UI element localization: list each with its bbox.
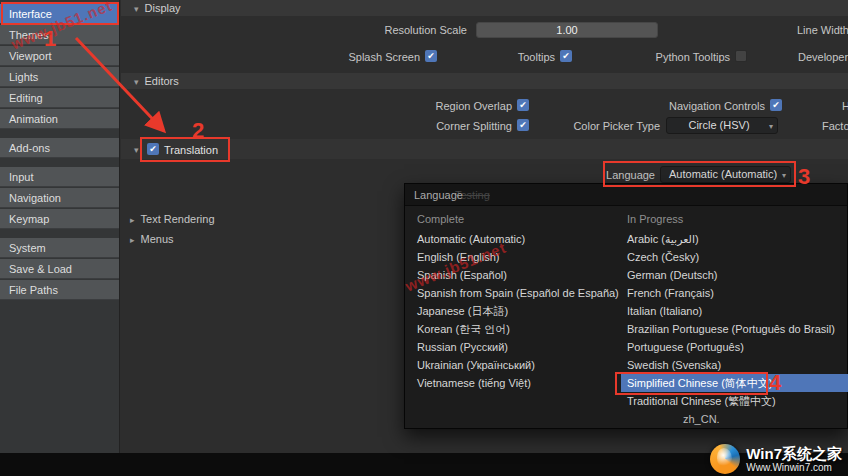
- menu-item-italian[interactable]: Italian (Italiano): [621, 302, 848, 320]
- resolution-scale-field[interactable]: 1.00: [476, 22, 658, 38]
- splash-screen-label: Splash Screen: [330, 51, 420, 63]
- complete-column-header: Complete: [417, 213, 464, 225]
- factor-label-cut: Facto: [822, 120, 848, 132]
- branding-name: Win7系统之家: [746, 445, 842, 462]
- in-progress-column-header: In Progress: [627, 213, 683, 225]
- menu-item-vietnamese[interactable]: Vietnamese (tiếng Việt): [411, 374, 615, 392]
- text-rendering-title: Text Rendering: [141, 213, 215, 225]
- menu-item-arabic[interactable]: Arabic (العربية): [621, 230, 848, 248]
- sidebar-item-save-load[interactable]: Save & Load: [0, 259, 119, 279]
- menu-item-traditional-chinese[interactable]: Traditional Chinese (繁體中文): [621, 392, 848, 410]
- color-picker-type-label: Color Picker Type: [568, 120, 660, 132]
- developer-extras-label: Developer Ex: [798, 51, 848, 63]
- menu-item-ukrainian[interactable]: Ukrainian (Український): [411, 356, 615, 374]
- menu-item-german[interactable]: German (Deutsch): [621, 266, 848, 284]
- language-dropdown[interactable]: Automatic (Automatic) ▾: [660, 166, 791, 183]
- editors-section-title: Editors: [145, 75, 179, 87]
- editors-section-header[interactable]: ▾Editors: [121, 73, 848, 89]
- python-tooltips-label: Python Tooltips: [645, 51, 730, 63]
- expand-triangle-icon: ▸: [130, 215, 135, 225]
- expand-triangle-icon: ▸: [130, 235, 135, 245]
- menu-item-english[interactable]: English (English): [411, 248, 615, 266]
- region-overlap-checkbox[interactable]: ✔: [517, 99, 529, 111]
- navigation-controls-label: Navigation Controls: [660, 100, 765, 112]
- language-label: Language: [580, 169, 655, 181]
- menu-item-spanish-spain[interactable]: Spanish from Spain (Español de España): [411, 284, 615, 302]
- sidebar-item-interface[interactable]: Interface: [0, 4, 119, 24]
- display-section-title: Display: [145, 2, 181, 14]
- color-picker-type-dropdown[interactable]: Circle (HSV) ▾: [666, 117, 778, 134]
- translation-section-header[interactable]: ▾: [121, 139, 848, 159]
- winwin7-branding: Win7系统之家 Www.Winwin7.com: [710, 444, 842, 474]
- preferences-sidebar: Interface Themes Viewport Lights Editing…: [0, 0, 120, 453]
- tooltips-checkbox[interactable]: ✔: [560, 50, 572, 62]
- splash-screen-checkbox[interactable]: ✔: [425, 50, 437, 62]
- win7-logo-icon: [710, 444, 740, 474]
- region-overlap-label: Region Overlap: [417, 100, 512, 112]
- complete-column: Automatic (Automatic) English (English) …: [411, 230, 615, 392]
- translation-section-title: Translation: [164, 144, 218, 156]
- color-picker-type-value: Circle (HSV): [688, 119, 749, 131]
- sidebar-item-lights[interactable]: Lights: [0, 67, 119, 87]
- menu-item-spanish[interactable]: Spanish (Español): [411, 266, 615, 284]
- cut-right-label: H: [842, 100, 848, 112]
- line-width-label: Line Width: [797, 24, 848, 36]
- sidebar-item-editing[interactable]: Editing: [0, 88, 119, 108]
- menu-item-korean[interactable]: Korean (한국 언어): [411, 320, 615, 338]
- menu-item-russian[interactable]: Russian (Русский): [411, 338, 615, 356]
- menu-item-portuguese[interactable]: Portuguese (Português): [621, 338, 848, 356]
- language-menu-hint: Testing: [455, 189, 490, 201]
- menu-item-swedish[interactable]: Swedish (Svenska): [621, 356, 848, 374]
- python-tooltips-checkbox[interactable]: [735, 50, 747, 62]
- corner-splitting-label: Corner Splitting: [417, 120, 512, 132]
- menus-title: Menus: [141, 233, 174, 245]
- menu-item-czech[interactable]: Czech (Česky): [621, 248, 848, 266]
- sidebar-item-keymap[interactable]: Keymap: [0, 209, 119, 229]
- sidebar-item-file-paths[interactable]: File Paths: [0, 280, 119, 300]
- menus-section-header[interactable]: ▸Menus: [130, 233, 174, 245]
- language-value: Automatic (Automatic): [669, 168, 777, 180]
- sidebar-item-addons[interactable]: Add-ons: [0, 138, 119, 158]
- menu-item-automatic[interactable]: Automatic (Automatic): [411, 230, 615, 248]
- sidebar-item-navigation[interactable]: Navigation: [0, 188, 119, 208]
- navigation-controls-checkbox[interactable]: ✔: [770, 99, 782, 111]
- text-rendering-section-header[interactable]: ▸Text Rendering: [130, 213, 215, 225]
- sidebar-item-animation[interactable]: Animation: [0, 109, 119, 129]
- sidebar-item-input[interactable]: Input: [0, 167, 119, 187]
- sidebar-item-system[interactable]: System: [0, 238, 119, 258]
- chevron-down-icon: ▾: [769, 119, 773, 134]
- resolution-scale-label: Resolution Scale: [340, 24, 467, 36]
- sidebar-item-themes[interactable]: Themes: [0, 25, 119, 45]
- menu-item-zh-cn[interactable]: zh_CN.: [621, 410, 848, 428]
- chevron-down-icon: ▾: [782, 168, 786, 183]
- language-dropdown-menu: Language Testing Complete In Progress Au…: [404, 183, 848, 429]
- tooltips-label: Tooltips: [495, 51, 555, 63]
- menu-item-french[interactable]: French (Français): [621, 284, 848, 302]
- menu-item-brazilian-portuguese[interactable]: Brazilian Portuguese (Português do Brasi…: [621, 320, 848, 338]
- menu-item-simplified-chinese[interactable]: Simplified Chinese (简体中文): [621, 374, 848, 392]
- display-section-header[interactable]: ▾Display: [121, 0, 848, 16]
- sidebar-item-viewport[interactable]: Viewport: [0, 46, 119, 66]
- branding-site: Www.Winwin7.com: [746, 462, 842, 474]
- collapse-triangle-icon: ▾: [134, 140, 139, 160]
- in-progress-column: Arabic (العربية) Czech (Česky) German (D…: [621, 230, 848, 428]
- translation-checkbox[interactable]: ✔: [147, 143, 159, 155]
- menu-item-japanese[interactable]: Japanese (日本語): [411, 302, 615, 320]
- corner-splitting-checkbox[interactable]: ✔: [517, 119, 529, 131]
- collapse-triangle-icon: ▾: [134, 74, 139, 90]
- collapse-triangle-icon: ▾: [134, 1, 139, 17]
